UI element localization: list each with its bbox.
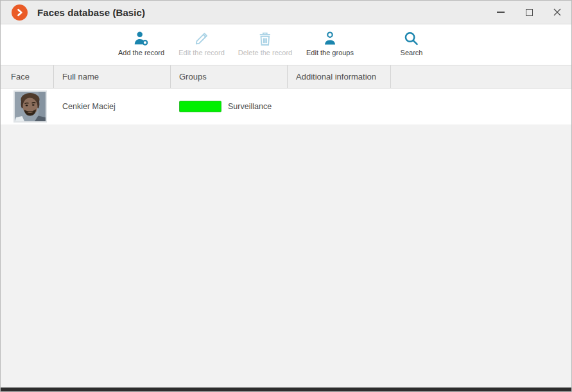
maximize-button[interactable] bbox=[515, 1, 543, 24]
person-add-icon bbox=[133, 30, 150, 47]
minimize-button[interactable] bbox=[487, 1, 515, 24]
toolbar: Add the record Edit the record Delete th… bbox=[1, 24, 571, 65]
close-button[interactable] bbox=[543, 1, 571, 24]
search-button[interactable]: Search bbox=[401, 30, 423, 56]
search-label: Search bbox=[401, 49, 423, 56]
trash-icon bbox=[257, 30, 273, 47]
column-header-groups: Groups bbox=[171, 65, 288, 88]
face-cell bbox=[1, 90, 54, 123]
minimize-icon bbox=[497, 12, 505, 13]
full-name-cell: Cenkier Maciej bbox=[54, 102, 171, 111]
pencil-icon bbox=[193, 30, 210, 47]
edit-record-button: Edit the record bbox=[178, 30, 225, 56]
group-color-swatch bbox=[179, 101, 221, 112]
close-icon bbox=[553, 8, 561, 16]
column-header-additional-information: Additional information bbox=[288, 65, 391, 88]
face-photo bbox=[13, 90, 47, 123]
column-header-filler bbox=[391, 65, 571, 88]
table-row[interactable]: Cenkier Maciej Surveillance bbox=[1, 89, 571, 124]
faces-database-window: Faces database (Basic) bbox=[0, 0, 572, 392]
maximize-icon bbox=[526, 9, 533, 16]
groups-cell: Surveillance bbox=[171, 101, 288, 112]
add-record-label: Add the record bbox=[118, 49, 164, 56]
delete-record-label: Delete the record bbox=[238, 49, 292, 56]
edit-groups-button[interactable]: Edit the groups bbox=[306, 30, 354, 56]
window-controls bbox=[487, 1, 571, 24]
table-header: Face Full name Groups Additional informa… bbox=[1, 65, 571, 89]
window-title: Faces database (Basic) bbox=[37, 7, 145, 18]
edit-groups-label: Edit the groups bbox=[306, 49, 354, 56]
delete-record-button: Delete the record bbox=[238, 30, 292, 56]
column-header-face: Face bbox=[1, 65, 54, 88]
group-label: Surveillance bbox=[228, 102, 272, 111]
person-icon bbox=[322, 30, 338, 47]
edit-record-label: Edit the record bbox=[178, 49, 225, 56]
titlebar: Faces database (Basic) bbox=[1, 1, 571, 24]
app-logo-icon bbox=[12, 4, 28, 21]
column-header-full-name: Full name bbox=[54, 65, 171, 88]
search-icon bbox=[403, 30, 420, 47]
bottom-edge-bar bbox=[1, 388, 571, 391]
add-record-button[interactable]: Add the record bbox=[118, 30, 164, 56]
